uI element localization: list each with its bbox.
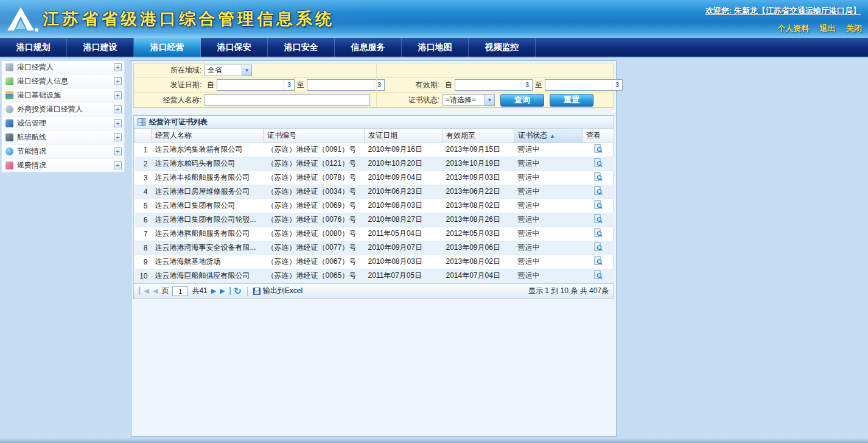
export-excel-button[interactable]: 输出到Excel [253,286,303,296]
table-row[interactable]: 10 连云港海巨船舶供应有限公司 （苏连）港经证（0065）号 2011年07月… [135,269,614,283]
operator-name-header[interactable]: 经营人名称 [152,129,264,143]
certificate-table: 经营人名称 证书编号 发证日期 有效期至 证书状态▲ 查看 [134,129,614,283]
calendar-icon[interactable] [284,80,294,90]
chevron-down-icon [485,95,494,105]
tab-port-security[interactable]: 港口保安 [201,38,268,57]
view-detail-icon[interactable] [594,186,603,195]
row-number: 2 [135,157,152,171]
tab-port-planning[interactable]: 港口规划 [0,38,67,57]
expand-plus-button[interactable]: + [114,77,122,85]
issue-date-to-input[interactable] [307,80,374,90]
view-detail-icon[interactable] [594,172,603,181]
sidebar-item-fees[interactable]: 规费情况 + [1,158,125,172]
next-page-button[interactable] [211,288,216,294]
tab-port-map[interactable]: 港口地图 [402,38,469,57]
region-select[interactable]: 全省 [205,65,252,76]
table-row[interactable]: 3 连云港丰裕船舶服务有限公司 （苏连）港经证（0078）号 2010年09月0… [135,171,614,185]
table-row[interactable]: 8 连云港港湾海事安全设备有限... （苏连）港经证（0077）号 2010年0… [135,241,614,255]
operator-name-input[interactable] [205,94,370,106]
valid-to-cell: 2013年09月03日 [443,171,514,185]
table-row[interactable]: 6 连云港港口集团有限公司轮驳... （苏连）港经证（0076）号 2010年0… [135,213,614,227]
issue-date-cell: 2011年07月05日 [365,269,443,283]
sidebar-item-infrastructure[interactable]: 港口基础设施 + [1,88,125,102]
calendar-icon[interactable] [522,80,532,90]
expand-plus-button[interactable]: + [114,63,122,71]
issue-date-cell: 2010年06月23日 [365,185,443,199]
prev-page-button[interactable] [153,288,158,294]
issue-date-header[interactable]: 发证日期 [365,129,443,143]
table-row[interactable]: 5 连云港港口集团有限公司 （苏连）港经证（0069）号 2010年08月03日… [135,199,614,213]
operator-name-cell: 连云港港口房屋维修服务公司 [152,185,264,199]
issue-date-cell: 2010年08月03日 [365,255,443,269]
tab-port-operation[interactable]: 港口经营 [134,38,201,57]
valid-to-header[interactable]: 有效期至 [443,129,514,143]
tab-port-safety[interactable]: 港口安全 [268,38,335,57]
sidebar-item-energy[interactable]: 节能情况 + [1,144,125,158]
view-detail-icon[interactable] [594,158,603,167]
issue-date-from-input[interactable] [217,80,284,90]
refresh-icon[interactable] [234,286,242,296]
reset-button[interactable]: 重置 [550,94,593,107]
cert-status-label: 证书状态: [378,95,443,105]
issue-date-cell: 2010年09月07日 [365,241,443,255]
valid-to-cell: 2013年08月02日 [443,255,514,269]
issue-date-cell: 2010年08月27日 [365,213,443,227]
cert-status-cell: 营运中 [514,241,583,255]
pagination-bar: 页 共41 输出到Excel 显示 1 到 10 条 共 407条 [134,283,614,299]
view-detail-icon[interactable] [594,243,603,251]
region-label: 所在地域: [134,65,205,76]
view-detail-icon[interactable] [594,214,603,223]
first-page-button[interactable] [139,288,149,294]
page-input[interactable] [172,286,188,296]
sidebar-item-label: 规费情况 [17,160,114,171]
view-cell [583,143,614,157]
expand-plus-button[interactable]: + [114,119,122,127]
view-detail-icon[interactable] [594,257,603,265]
cert-no-cell: （苏连）港经证（0121）号 [264,157,365,171]
table-row[interactable]: 7 连云港港腾船舶服务有限公司 （苏连）港经证（0080）号 2011年05月0… [135,227,614,241]
view-detail-icon[interactable] [594,229,603,237]
view-detail-icon[interactable] [594,200,603,209]
table-row[interactable]: 2 连云港东粮码头有限公司 （苏连）港经证（0121）号 2010年10月20日… [135,157,614,171]
expand-plus-button[interactable]: + [114,91,122,99]
expand-plus-button[interactable]: + [114,133,122,141]
sidebar-item-routes[interactable]: 航班航线 + [1,130,125,144]
view-cell [583,255,614,269]
tab-info-service[interactable]: 信息服务 [335,38,402,57]
expand-plus-button[interactable]: + [114,161,122,169]
table-row[interactable]: 9 连云港海航基地货场 （苏连）港经证（0067）号 2010年08月03日 2… [135,255,614,269]
close-link[interactable]: 关闭 [846,24,862,33]
sidebar-item-port-operator[interactable]: 港口经营人 + [1,60,125,74]
cert-no-header[interactable]: 证书编号 [264,129,365,143]
logout-link[interactable]: 退出 [820,24,836,33]
cert-status-header[interactable]: 证书状态▲ [514,129,583,143]
row-number: 5 [135,199,152,213]
expand-plus-button[interactable]: + [114,105,122,113]
valid-to-cell: 2012年05月03日 [443,227,514,241]
table-header-row: 经营人名称 证书编号 发证日期 有效期至 证书状态▲ 查看 [135,129,614,143]
search-button[interactable]: 查询 [500,94,544,107]
profile-link[interactable]: 个人资料 [777,24,809,33]
last-page-button[interactable] [220,288,230,294]
table-row[interactable]: 1 连云港东鸿集装箱有限公司 （苏连）港经证（0091）号 2010年09月16… [135,143,614,157]
sidebar-item-label: 港口基础设施 [17,90,114,101]
cert-status-cell: 营运中 [514,255,583,269]
calendar-icon[interactable] [612,80,622,90]
sidebar-item-operator-info[interactable]: 港口经营人信息 + [1,74,125,88]
energy-saving-icon [5,147,13,155]
tab-video-monitor[interactable]: 视频监控 [469,38,536,57]
sidebar-item-foreign-investor[interactable]: 外商投资港口经营人 + [1,102,125,116]
sidebar-item-label: 港口经营人 [17,62,114,73]
tab-port-construction[interactable]: 港口建设 [67,38,134,57]
view-detail-icon[interactable] [594,144,603,153]
row-number: 10 [135,269,152,283]
cert-status-select[interactable]: =请选择= [443,94,495,106]
validity-to-input[interactable] [545,80,612,90]
sidebar-item-credit[interactable]: 诚信管理 + [1,116,125,130]
expand-plus-button[interactable]: + [114,147,122,155]
view-detail-icon[interactable] [594,271,603,279]
cert-status-cell: 营运中 [514,227,583,241]
table-row[interactable]: 4 连云港港口房屋维修服务公司 （苏连）港经证（0034）号 2010年06月2… [135,185,614,199]
validity-from-input[interactable] [455,80,522,90]
from-label: 自 [207,80,214,90]
